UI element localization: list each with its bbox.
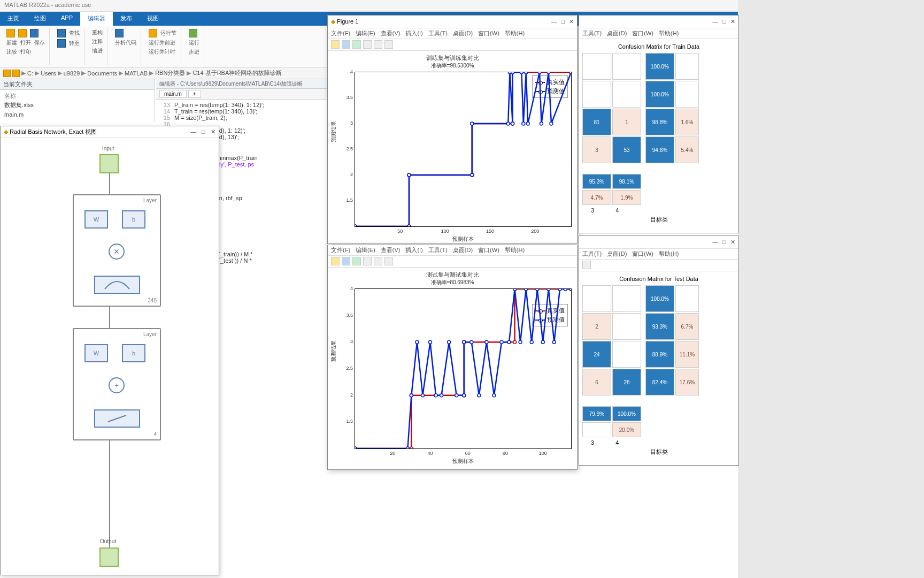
minimize-icon[interactable]: — xyxy=(712,18,718,25)
input-block[interactable] xyxy=(99,154,119,173)
menu-help[interactable]: 帮助(H) xyxy=(659,250,679,258)
output-block[interactable] xyxy=(99,547,119,567)
folder-up-icon[interactable] xyxy=(12,70,20,77)
save-icon[interactable] xyxy=(30,29,38,37)
gaussian-activation[interactable] xyxy=(94,276,140,294)
print-fig-icon[interactable] xyxy=(352,40,361,49)
figure-titlebar[interactable]: ◆ Figure 1 —□✕ xyxy=(328,16,577,28)
layer-box-1[interactable]: Layer W b ✕ 345 xyxy=(73,194,161,307)
tab-view[interactable]: 视图 xyxy=(140,12,166,26)
tool-icon[interactable] xyxy=(582,261,591,269)
rbn-titlebar[interactable]: ◆ Radial Basis Network, Exact 视图 —□✕ xyxy=(1,126,219,138)
save-fig-icon[interactable] xyxy=(342,257,350,265)
path-seg[interactable]: MATLAB xyxy=(125,70,148,77)
chart-axes[interactable]: 真实值 预测值 预测结果 1.522.533.5450100150200 xyxy=(355,72,572,227)
goto-icon[interactable] xyxy=(57,39,66,48)
maximize-icon[interactable]: □ xyxy=(722,18,726,25)
path-seg[interactable]: Users xyxy=(41,70,56,77)
runtime-label[interactable]: 运行并计时 xyxy=(149,48,175,56)
rotate-icon[interactable] xyxy=(374,40,382,49)
comment-label[interactable]: 注释 xyxy=(92,38,103,45)
tab-publish[interactable]: 发布 xyxy=(113,12,140,26)
new-fig-icon[interactable] xyxy=(331,257,340,265)
menu-edit[interactable]: 编辑(E) xyxy=(356,29,375,37)
maximize-icon[interactable]: □ xyxy=(202,128,205,135)
runadvance-label[interactable]: 运行并前进 xyxy=(149,39,175,47)
multiply-node[interactable]: ✕ xyxy=(109,244,125,260)
runsection-label[interactable]: 运行节 xyxy=(160,29,176,37)
print-label[interactable]: 打印 xyxy=(20,48,31,56)
weight-block[interactable]: W xyxy=(84,210,108,229)
run-label[interactable]: 运行 xyxy=(189,39,199,47)
file-item[interactable]: 数据集.xlsx xyxy=(4,100,150,110)
sum-node[interactable]: + xyxy=(109,377,125,393)
path-seg[interactable]: u9829 xyxy=(64,70,80,77)
rotate-icon[interactable] xyxy=(374,257,382,265)
menu-tools[interactable]: 工具(T) xyxy=(428,29,448,37)
minimize-icon[interactable]: — xyxy=(712,239,718,246)
menu-window[interactable]: 窗口(W) xyxy=(632,29,653,37)
compare-label[interactable]: 比较 xyxy=(6,48,17,56)
close-icon[interactable]: ✕ xyxy=(569,18,574,25)
linear-activation[interactable] xyxy=(94,409,140,428)
folder-icon[interactable] xyxy=(3,70,11,77)
cursor-icon[interactable] xyxy=(363,40,372,49)
menu-tools[interactable]: 工具(T) xyxy=(582,29,602,37)
menu-help[interactable]: 帮助(H) xyxy=(659,29,679,37)
tab-home[interactable]: 主页 xyxy=(0,12,27,26)
goto-label[interactable]: 转至 xyxy=(69,40,80,47)
menu-window[interactable]: 窗口(W) xyxy=(478,246,499,254)
editor-file-tab[interactable]: main.m xyxy=(159,90,187,98)
path-seg[interactable]: C14 基于RBA神经网络的故障诊断 xyxy=(192,69,282,77)
new-icon[interactable] xyxy=(6,29,15,37)
editor-add-tab[interactable]: + xyxy=(188,90,201,98)
menu-edit[interactable]: 编辑(E) xyxy=(356,246,375,254)
path-seg[interactable]: Documents xyxy=(87,70,117,77)
minimize-icon[interactable]: — xyxy=(551,18,557,25)
step-label[interactable]: 步进 xyxy=(189,48,199,56)
menu-help[interactable]: 帮助(H) xyxy=(505,29,525,37)
cursor-icon[interactable] xyxy=(363,257,372,265)
menu-desktop[interactable]: 桌面(D) xyxy=(607,29,627,37)
new-fig-icon[interactable] xyxy=(331,40,340,49)
menu-desktop[interactable]: 桌面(D) xyxy=(453,246,473,254)
bias-block[interactable]: b xyxy=(122,344,145,362)
tab-plots[interactable]: 绘图 xyxy=(27,12,53,26)
print-fig-icon[interactable] xyxy=(352,257,361,265)
run-icon[interactable] xyxy=(189,29,197,37)
datatip-icon[interactable] xyxy=(384,40,393,49)
refactor-label[interactable]: 重构 xyxy=(92,29,103,36)
maximize-icon[interactable]: □ xyxy=(722,239,726,246)
menu-help[interactable]: 帮助(H) xyxy=(505,246,525,254)
maximize-icon[interactable]: □ xyxy=(561,18,565,25)
analyze-label[interactable]: 分析代码 xyxy=(115,39,136,47)
close-icon[interactable]: ✕ xyxy=(730,239,735,246)
rbn-canvas[interactable]: Input Layer W b ✕ 345 Layer W b + 4 Outp… xyxy=(1,138,219,575)
indent-label[interactable]: 缩进 xyxy=(92,47,103,55)
tab-apps[interactable]: APP xyxy=(53,12,80,26)
bias-block[interactable]: b xyxy=(122,210,145,229)
section-icon[interactable] xyxy=(149,29,157,37)
menu-desktop[interactable]: 桌面(D) xyxy=(453,29,473,37)
tab-editor[interactable]: 编辑器 xyxy=(80,12,113,26)
close-icon[interactable]: ✕ xyxy=(211,128,215,135)
layer-box-2[interactable]: Layer W b + 4 xyxy=(73,328,161,440)
file-item[interactable]: main.m xyxy=(4,110,150,119)
find-icon[interactable] xyxy=(57,29,66,37)
weight-block[interactable]: W xyxy=(84,344,108,362)
menu-window[interactable]: 窗口(W) xyxy=(632,250,653,258)
menu-desktop[interactable]: 桌面(D) xyxy=(607,250,627,258)
close-icon[interactable]: ✕ xyxy=(730,18,735,25)
menu-insert[interactable]: 插入(I) xyxy=(405,29,422,37)
save-fig-icon[interactable] xyxy=(342,40,350,49)
figure-titlebar[interactable]: —□✕ xyxy=(579,236,738,249)
path-seg[interactable]: RBN分类器 xyxy=(155,69,185,77)
analyze-icon[interactable] xyxy=(115,29,124,37)
datatip-icon[interactable] xyxy=(384,257,393,265)
menu-file[interactable]: 文件(F) xyxy=(331,29,350,37)
menu-tools[interactable]: 工具(T) xyxy=(428,246,448,254)
menu-file[interactable]: 文件(F) xyxy=(331,246,350,254)
menu-window[interactable]: 窗口(W) xyxy=(478,29,499,37)
minimize-icon[interactable]: — xyxy=(190,128,196,135)
find-label[interactable]: 查找 xyxy=(69,29,80,37)
